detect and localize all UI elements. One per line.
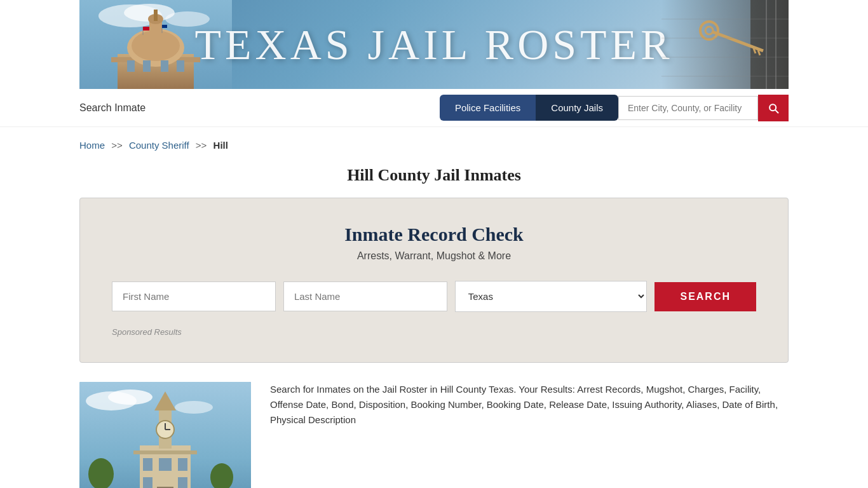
svg-rect-10 (154, 10, 158, 21)
page-title: Hill County Jail Inmates (0, 157, 868, 198)
banner-left-edge (0, 0, 79, 89)
svg-point-35 (175, 401, 213, 414)
nav-bar: Search Inmate Police Facilities County J… (0, 89, 868, 127)
header-banner: Texas Jail Roster (0, 0, 868, 89)
record-check-form: Texas Alabama Alaska Arizona Arkansas Ca… (112, 281, 756, 312)
svg-rect-11 (127, 60, 135, 72)
breadcrumb: Home >> County Sheriff >> Hill (0, 127, 868, 157)
svg-rect-45 (178, 458, 187, 471)
breadcrumb-current: Hill (214, 140, 228, 151)
police-facilities-button[interactable]: Police Facilities (440, 95, 536, 121)
svg-rect-37 (133, 451, 197, 454)
search-button[interactable]: SEARCH (654, 282, 756, 311)
first-name-input[interactable] (112, 281, 276, 311)
svg-rect-44 (159, 458, 172, 471)
breadcrumb-home[interactable]: Home (79, 140, 105, 151)
nav-search-button[interactable] (758, 95, 789, 121)
last-name-input[interactable] (283, 281, 447, 311)
nav-search-label: Search Inmate (79, 102, 146, 114)
nav-buttons: Police Facilities County Jails (440, 95, 618, 121)
record-check-box: Inmate Record Check Arrests, Warrant, Mu… (79, 198, 789, 363)
bottom-image (79, 382, 251, 488)
svg-rect-16 (143, 27, 149, 30)
svg-rect-14 (177, 60, 184, 72)
breadcrumb-separator-2: >> (196, 140, 207, 151)
svg-rect-18 (162, 25, 167, 28)
keys-illustration (661, 0, 789, 89)
search-icon (767, 102, 780, 114)
county-jails-button[interactable]: County Jails (536, 95, 618, 121)
banner-title: Texas Jail Roster (194, 20, 673, 70)
svg-rect-20 (750, 0, 789, 89)
svg-rect-12 (143, 60, 151, 72)
bottom-section: Search for Inmates on the Jail Roster in… (0, 369, 868, 488)
banner-right-edge (789, 0, 868, 89)
svg-rect-43 (143, 458, 153, 471)
breadcrumb-county-sheriff[interactable]: County Sheriff (129, 140, 189, 151)
sponsored-results-label: Sponsored Results (112, 327, 756, 337)
record-check-title: Inmate Record Check (112, 224, 756, 245)
breadcrumb-separator-1: >> (111, 140, 123, 151)
state-select[interactable]: Texas Alabama Alaska Arizona Arkansas Ca… (455, 281, 648, 312)
facility-search-input[interactable] (618, 96, 758, 120)
svg-point-34 (108, 390, 153, 405)
building-illustration (79, 382, 251, 488)
record-check-subtitle: Arrests, Warrant, Mugshot & More (112, 250, 756, 262)
svg-rect-47 (178, 477, 187, 488)
svg-rect-46 (143, 477, 153, 488)
svg-rect-13 (161, 60, 168, 72)
bottom-description: Search for Inmates on the Jail Roster in… (270, 382, 789, 488)
